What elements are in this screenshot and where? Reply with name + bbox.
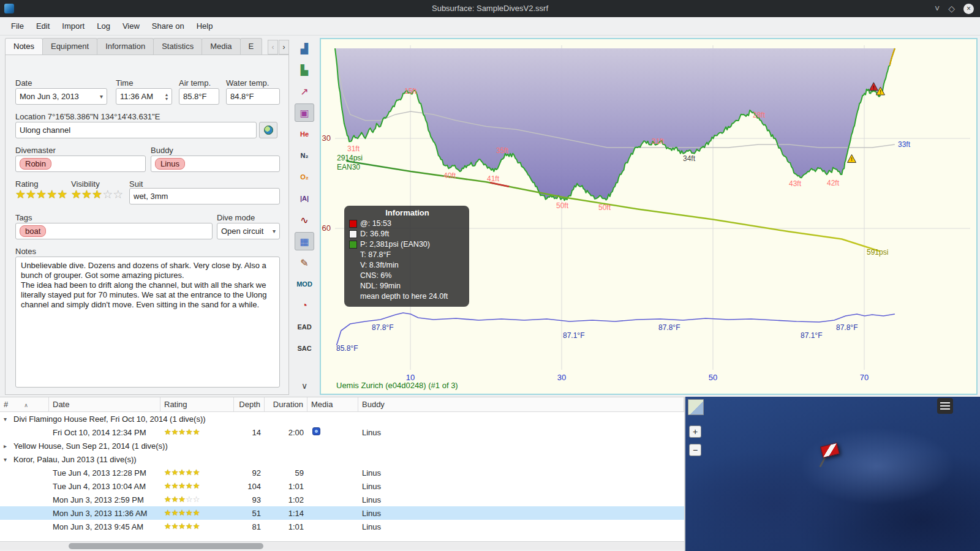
trip-row[interactable]: ▾Divi Flamingo House Reef, Fri Oct 10, 2… (0, 412, 684, 425)
dive-mode-combobox[interactable]: Open circuit▾ (217, 223, 280, 239)
star-icon[interactable]: ★ (26, 189, 36, 201)
dive-flag-marker[interactable] (819, 444, 843, 469)
ruler-icon[interactable]: ✎ (295, 253, 314, 272)
tag-boat[interactable]: boat (20, 225, 46, 237)
svg-text:34ft: 34ft (683, 154, 696, 163)
svg-text:85.8°F: 85.8°F (336, 344, 358, 353)
collapse-icon[interactable]: ▾ (4, 456, 12, 463)
star-icon[interactable]: ★ (57, 189, 67, 201)
star-icon[interactable]: ☆ (102, 189, 113, 201)
heart-rate-icon[interactable]: ∿ (295, 211, 314, 229)
dive-row-229[interactable]: └229Mon Jun 3, 2013 9:45 AM★★★★★811:01Li… (0, 520, 684, 533)
star-icon[interactable]: ★ (81, 189, 92, 201)
tab-equipment[interactable]: Equipment (42, 38, 97, 55)
time-spinbox[interactable]: 11:36 AM ▴▾ (116, 88, 172, 105)
menu-import[interactable]: Import (56, 18, 91, 34)
map-menu-button[interactable] (937, 398, 953, 414)
menu-edit[interactable]: Edit (30, 18, 56, 34)
sac-icon[interactable]: SAC (295, 339, 314, 358)
toolbar-collapse-icon[interactable]: ∨ (295, 377, 314, 395)
mod-icon[interactable]: MOD (295, 275, 314, 293)
column-header-num[interactable]: #∧ (0, 397, 49, 411)
menu-help[interactable]: Help (190, 18, 219, 34)
buddy-tag[interactable]: Linus (155, 158, 185, 170)
water-temp-field[interactable] (226, 88, 280, 105)
collapse-icon[interactable]: ▾ (4, 416, 12, 422)
overview-map (688, 399, 704, 415)
air-graph-icon[interactable]: |A| (295, 189, 314, 208)
dive-row-233[interactable]: └233Tue Jun 4, 2013 12:28 PM★★★★★9259Lin… (0, 466, 684, 479)
star-icon[interactable]: ★ (92, 189, 102, 201)
menu-log[interactable]: Log (91, 18, 116, 34)
media-icon[interactable] (312, 427, 320, 435)
horizontal-scrollbar[interactable] (0, 541, 684, 550)
ead-icon[interactable]: EAD (295, 318, 314, 336)
menu-file[interactable]: File (5, 18, 30, 34)
buddy-field[interactable]: Linus (151, 156, 280, 172)
dc-ceiling-icon[interactable]: ▟ (295, 39, 314, 58)
location-label: Location 7°16'58.386"N 134°14'43.631"E (15, 112, 160, 121)
column-header-duration[interactable]: Duration (265, 397, 307, 411)
visibility-stars[interactable]: ★★★☆☆ (71, 189, 123, 201)
tab-media[interactable]: Media (202, 38, 240, 55)
location-field[interactable] (15, 122, 257, 138)
tab-scroll-left-icon[interactable]: ‹ (268, 40, 278, 54)
calculated-ceiling-icon[interactable]: ▙ (295, 61, 314, 79)
he-graph-icon[interactable]: He (295, 125, 314, 143)
divemaster-tag[interactable]: Robin (20, 158, 51, 170)
star-icon: ★ (172, 427, 179, 437)
dive-row-230[interactable]: └230Mon Jun 3, 2013 11:36 AM★★★★★511:14L… (0, 506, 684, 520)
svg-text:!: ! (851, 156, 853, 162)
star-icon[interactable]: ★ (36, 189, 47, 201)
menu-view[interactable]: View (116, 18, 146, 34)
column-header-depth[interactable]: Depth (234, 397, 265, 411)
air-temp-field[interactable] (179, 88, 219, 105)
scrollbar-thumb[interactable] (69, 543, 263, 549)
expand-icon[interactable]: ▸ (4, 443, 12, 449)
increments-icon[interactable]: ↗ (295, 82, 314, 100)
star-icon: ★ (186, 427, 193, 437)
maximize-icon[interactable]: ◇ (948, 4, 955, 13)
tags-field[interactable]: boat (15, 223, 213, 239)
map-location-button[interactable] (259, 122, 277, 138)
dive-row-232[interactable]: └232Tue Jun 4, 2013 10:04 AM★★★★★1041:01… (0, 479, 684, 493)
column-header-buddy[interactable]: Buddy (358, 397, 684, 411)
star-icon[interactable]: ★ (47, 189, 57, 201)
tab-scroll-right-icon[interactable]: › (279, 40, 289, 54)
tab-information[interactable]: Information (97, 38, 154, 55)
trip-row[interactable]: ▸Yellow House, Sun Sep 21, 2014 (1 dive(… (0, 439, 684, 452)
tab-e[interactable]: E (240, 38, 263, 55)
suit-field[interactable] (129, 188, 280, 204)
svg-text:30: 30 (557, 373, 566, 382)
dive-site-map[interactable]: + − (685, 397, 980, 551)
date-combobox[interactable]: Mon Jun 3, 2013▾ (15, 88, 107, 105)
dive-row-231[interactable]: └231Mon Jun 3, 2013 2:59 PM★★★☆☆931:02Li… (0, 493, 684, 506)
minimize-icon[interactable]: ˅ (935, 4, 940, 13)
dive-row-348[interactable]: └348Fri Oct 10, 2014 12:34 PM★★★★★142:00… (0, 425, 684, 439)
divemaster-field[interactable]: Robin (15, 156, 146, 172)
menu-share-on[interactable]: Share on (146, 18, 190, 34)
map-zoom-in-button[interactable]: + (689, 425, 701, 438)
scale-icon[interactable]: ▣ (295, 103, 314, 122)
tab-notes[interactable]: Notes (5, 38, 43, 55)
ndl-clock-icon[interactable]: ◔ (295, 296, 314, 315)
star-icon[interactable]: ☆ (113, 189, 123, 201)
o2-graph-icon[interactable]: O₂ (295, 168, 314, 186)
close-icon[interactable]: × (963, 4, 974, 14)
star-icon[interactable]: ★ (71, 189, 81, 201)
trip-label: Yellow House, Sun Sep 21, 2014 (1 dive(s… (13, 441, 168, 451)
spin-arrows-icon[interactable]: ▴▾ (165, 92, 168, 101)
column-header-rating[interactable]: Rating (160, 397, 234, 411)
map-zoom-out-button[interactable]: − (689, 444, 701, 456)
star-icon[interactable]: ★ (15, 189, 26, 201)
svg-text:50ft: 50ft (598, 203, 611, 212)
rating-stars[interactable]: ★★★★★ (15, 189, 67, 201)
column-header-date[interactable]: Date (49, 397, 160, 411)
tab-statistics[interactable]: Statistics (153, 38, 202, 55)
trip-row[interactable]: ▾Koror, Palau, Jun 2013 (11 dive(s)) (0, 452, 684, 466)
photos-icon[interactable]: ▦ (295, 232, 314, 250)
n2-graph-icon[interactable]: N₂ (295, 146, 314, 165)
notes-textarea[interactable]: Unbelievable dive. Dozens and dozens of … (15, 257, 280, 388)
column-header-media[interactable]: Media (307, 397, 358, 411)
star-icon: ★ (193, 508, 200, 517)
